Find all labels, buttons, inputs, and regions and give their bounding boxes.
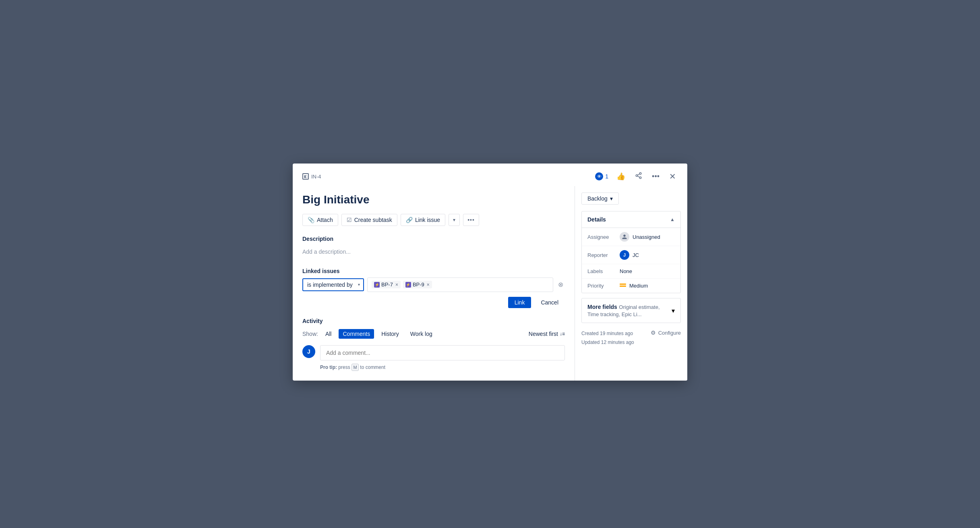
cancel-button[interactable]: Cancel <box>534 297 565 308</box>
linked-clear-button[interactable]: ⊗ <box>556 280 565 289</box>
header-actions: 👁 1 👍 ••• ✕ <box>595 170 678 183</box>
configure-row: Created 19 minutes ago Updated 12 minute… <box>581 329 681 347</box>
comment-input[interactable] <box>320 345 565 360</box>
svg-line-3 <box>638 176 640 177</box>
bp7-label: BP-7 <box>381 282 393 288</box>
created-timestamp: Created 19 minutes ago <box>581 329 634 338</box>
reporter-label: Reporter <box>587 252 620 258</box>
reporter-initial: J <box>623 253 626 257</box>
show-worklog-button[interactable]: Work log <box>406 329 436 339</box>
issue-title: Big Initiative <box>302 193 565 207</box>
main-content: Big Initiative 📎 Attach ☑ Create subtask… <box>293 186 575 380</box>
close-button[interactable]: ✕ <box>668 170 678 183</box>
details-title: Details <box>587 216 606 223</box>
activity-section: Activity Show: All Comments History Work… <box>302 318 565 371</box>
priority-row: Priority Medium <box>582 279 680 293</box>
link-issue-button[interactable]: 🔗 Link issue <box>401 214 445 226</box>
configure-label: Configure <box>658 330 681 336</box>
description-section: Description Add a description... <box>302 236 565 258</box>
assignee-text: Unassigned <box>633 234 660 240</box>
attach-label: Attach <box>317 217 333 223</box>
more-fields-chevron-icon: ▾ <box>672 307 675 315</box>
labels-value[interactable]: None <box>620 268 632 274</box>
user-initial: J <box>307 348 310 355</box>
priority-text: Medium <box>629 283 648 289</box>
more-fields-label: More fields <box>587 304 617 310</box>
svg-point-0 <box>639 172 641 174</box>
details-collapse-button[interactable]: ▲ <box>670 217 675 222</box>
create-subtask-label: Create subtask <box>354 217 392 223</box>
link-actions: Link Cancel <box>302 297 565 308</box>
watch-button[interactable]: 👁 1 <box>595 172 608 180</box>
activity-header: Activity <box>302 318 565 324</box>
description-placeholder[interactable]: Add a description... <box>302 245 565 258</box>
reporter-text: JC <box>633 252 639 258</box>
watch-count: 1 <box>605 173 608 180</box>
reporter-row: Reporter J JC <box>582 246 680 264</box>
details-section: Details ▲ Assignee Unassigned <box>581 211 681 293</box>
link-issue-label: Link issue <box>415 217 440 223</box>
priority-label: Priority <box>587 283 620 289</box>
assignee-value[interactable]: Unassigned <box>620 232 660 242</box>
toolbar-chevron-button[interactable]: ▾ <box>449 214 460 226</box>
create-subtask-button[interactable]: ☑ Create subtask <box>341 214 397 226</box>
sidebar: Backlog ▾ Details ▲ Assignee <box>575 186 687 380</box>
sort-icon: ↓≡ <box>560 331 565 337</box>
pro-tip-suffix: to comment <box>360 364 385 370</box>
assignee-row: Assignee Unassigned <box>582 228 680 246</box>
show-all-button[interactable]: All <box>321 329 336 339</box>
newest-first-button[interactable]: Newest first ↓≡ <box>529 331 565 337</box>
issue-id: ◧ IN-4 <box>302 173 321 180</box>
unassigned-icon <box>620 232 629 242</box>
linked-issues-label: Linked issues <box>302 268 565 274</box>
more-fields-section[interactable]: More fields Original estimate, Time trac… <box>581 298 681 323</box>
link-type-wrapper[interactable]: is implemented by blocks is blocked by c… <box>302 278 364 291</box>
timestamps: Created 19 minutes ago Updated 12 minute… <box>581 329 634 347</box>
more-options-button[interactable]: ••• <box>650 171 661 182</box>
toolbar-more-button[interactable]: ••• <box>463 214 479 226</box>
comment-row: J <box>302 345 565 360</box>
modal-header: ◧ IN-4 👁 1 👍 ••• ✕ <box>293 164 687 186</box>
bp9-icon: ⚡ <box>405 282 411 288</box>
show-history-button[interactable]: History <box>377 329 403 339</box>
labels-label: Labels <box>587 268 620 274</box>
thumbs-up-button[interactable]: 👍 <box>615 170 627 182</box>
issue-id-text: IN-4 <box>311 174 321 180</box>
attach-icon: 📎 <box>308 217 314 223</box>
attach-button[interactable]: 📎 Attach <box>302 214 338 226</box>
link-type-select[interactable]: is implemented by blocks is blocked by c… <box>307 282 359 288</box>
linked-issues-row: is implemented by blocks is blocked by c… <box>302 277 565 292</box>
newest-first-label: Newest first <box>529 331 558 337</box>
svg-rect-6 <box>620 286 626 287</box>
labels-row: Labels None <box>582 264 680 279</box>
modal: ◧ IN-4 👁 1 👍 ••• ✕ <box>293 164 687 380</box>
description-label: Description <box>302 236 565 242</box>
show-label: Show: <box>302 331 318 337</box>
pro-tip-label: Pro tip: <box>320 364 337 370</box>
share-button[interactable] <box>633 170 644 183</box>
watch-icon: 👁 <box>595 172 603 180</box>
configure-button[interactable]: ⚙ Configure <box>651 329 681 336</box>
show-comments-button[interactable]: Comments <box>339 329 374 339</box>
reporter-value[interactable]: J JC <box>620 250 639 260</box>
priority-value[interactable]: Medium <box>620 283 648 289</box>
show-row: Show: All Comments History Work log Newe… <box>302 329 565 339</box>
subtask-icon: ☑ <box>347 217 352 223</box>
backlog-label: Backlog <box>587 195 608 202</box>
svg-rect-5 <box>620 284 626 285</box>
backlog-chevron-icon: ▾ <box>610 195 613 202</box>
labels-text: None <box>620 268 632 274</box>
svg-point-2 <box>639 177 641 179</box>
updated-timestamp: Updated 12 minutes ago <box>581 338 634 347</box>
link-confirm-button[interactable]: Link <box>508 297 531 308</box>
linked-tag-bp7: ⚡ BP-7 × <box>372 281 401 288</box>
bp9-remove-button[interactable]: × <box>427 282 430 287</box>
svg-line-4 <box>638 174 640 175</box>
pro-tip: Pro tip: press M to comment <box>320 364 565 371</box>
bp7-icon: ⚡ <box>374 282 380 288</box>
linked-tags-container: ⚡ BP-7 × ⚡ BP-9 × <box>367 277 553 292</box>
gear-icon: ⚙ <box>651 329 656 336</box>
bp7-remove-button[interactable]: × <box>395 282 398 287</box>
backlog-button[interactable]: Backlog ▾ <box>581 193 619 205</box>
toolbar: 📎 Attach ☑ Create subtask 🔗 Link issue ▾… <box>302 214 565 226</box>
